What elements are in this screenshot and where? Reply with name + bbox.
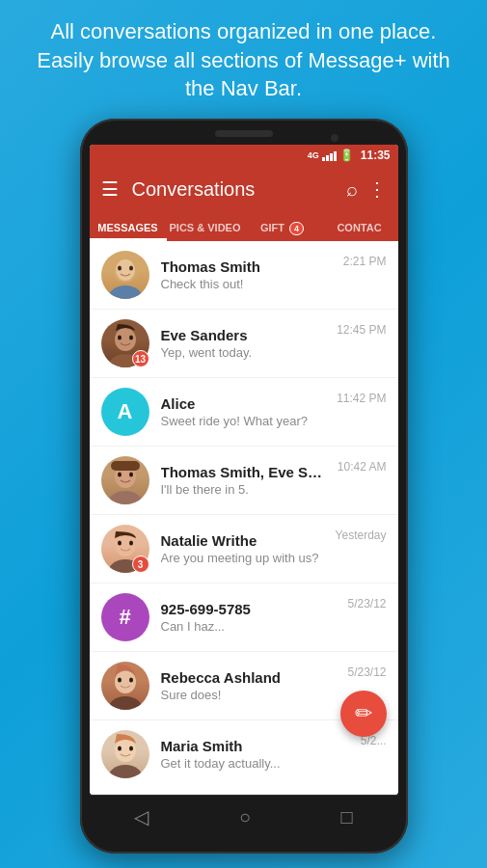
svg-point-12 bbox=[129, 473, 133, 477]
svg-point-9 bbox=[108, 491, 143, 504]
conversation-item[interactable]: Thomas Smith, Eve Sanders I'll be there … bbox=[90, 447, 398, 515]
convo-name: Thomas Smith, Eve Sanders bbox=[161, 464, 330, 480]
convo-content: 925-699-5785 Can I haz... bbox=[161, 601, 340, 634]
tab-gift[interactable]: GIFT 4 bbox=[244, 212, 321, 241]
compose-fab[interactable]: ✏ bbox=[340, 691, 387, 737]
app-bar: ☰ Conversations ⌕ ⋮ bbox=[90, 166, 398, 212]
convo-time: 5/23/12 bbox=[347, 665, 386, 679]
avatar: # bbox=[101, 593, 149, 641]
svg-point-19 bbox=[115, 670, 136, 693]
svg-point-4 bbox=[129, 266, 133, 271]
svg-point-15 bbox=[115, 533, 136, 556]
status-bar: 4G 🔋 11:35 bbox=[90, 145, 398, 166]
svg-point-3 bbox=[118, 266, 122, 271]
svg-point-18 bbox=[108, 696, 143, 710]
avatar bbox=[101, 456, 149, 504]
convo-preview: Get it today actually... bbox=[161, 756, 353, 771]
tab-messages[interactable]: MESSAGES bbox=[90, 212, 167, 241]
svg-point-7 bbox=[118, 336, 122, 340]
conversation-list: Thomas Smith Check this out! 2:21 PM bbox=[90, 241, 398, 795]
convo-content: Maria Smith Get it today actually... bbox=[161, 738, 353, 771]
avatar-wrap bbox=[101, 662, 149, 710]
svg-point-23 bbox=[115, 739, 136, 762]
status-time: 11:35 bbox=[361, 149, 391, 162]
conversation-item[interactable]: # 925-699-5785 Can I haz... 5/23/12 bbox=[90, 583, 398, 652]
unread-badge: 13 bbox=[132, 350, 149, 367]
phone-device: 4G 🔋 11:35 ☰ Conversations ⌕ ⋮ MESSAGES … bbox=[80, 119, 408, 854]
tab-contacts[interactable]: CONTAC bbox=[321, 212, 398, 241]
convo-content: Eve Sanders Yep, went today. bbox=[161, 327, 330, 360]
avatar bbox=[101, 251, 149, 299]
search-icon[interactable]: ⌕ bbox=[346, 178, 358, 201]
convo-name: Alice bbox=[161, 395, 330, 412]
convo-content: Thomas Smith, Eve Sanders I'll be there … bbox=[161, 464, 330, 497]
phone-screen: 4G 🔋 11:35 ☰ Conversations ⌕ ⋮ MESSAGES … bbox=[90, 145, 398, 795]
avatar-wrap bbox=[101, 251, 149, 299]
compose-icon: ✏ bbox=[355, 701, 372, 726]
avatar: A bbox=[101, 388, 149, 436]
svg-point-22 bbox=[108, 765, 143, 778]
svg-point-8 bbox=[129, 336, 133, 340]
phone-speaker bbox=[215, 130, 273, 137]
convo-preview: Sure does! bbox=[161, 688, 340, 702]
avatar-wrap bbox=[101, 456, 149, 504]
avatar-wrap bbox=[101, 730, 149, 778]
avatar bbox=[101, 662, 149, 710]
svg-rect-13 bbox=[111, 461, 140, 471]
convo-preview: I'll be there in 5. bbox=[161, 482, 330, 497]
convo-preview: Can I haz... bbox=[161, 619, 340, 634]
convo-preview: Sweet ride yo! What year? bbox=[161, 414, 330, 428]
svg-point-17 bbox=[129, 541, 133, 546]
svg-point-1 bbox=[108, 285, 143, 299]
convo-name: Natalie Writhe bbox=[161, 532, 328, 549]
tab-bar: MESSAGES PICS & VIDEO GIFT 4 CONTAC bbox=[90, 212, 398, 241]
convo-preview: Yep, went today. bbox=[161, 345, 330, 360]
convo-name: Thomas Smith bbox=[161, 258, 336, 275]
conversation-item[interactable]: 13 Eve Sanders Yep, went today. 12:45 PM bbox=[90, 310, 398, 378]
convo-time: 10:42 AM bbox=[338, 460, 387, 474]
battery-icon: 🔋 bbox=[339, 149, 354, 162]
home-button[interactable]: ○ bbox=[239, 806, 251, 828]
phone-nav: ◁ ○ □ bbox=[90, 795, 398, 838]
avatar bbox=[101, 730, 149, 778]
convo-content: Natalie Writhe Are you meeting up with u… bbox=[161, 532, 328, 565]
conversation-item[interactable]: A Alice Sweet ride yo! What year? 11:42 … bbox=[90, 378, 398, 447]
avatar-wrap: # bbox=[101, 593, 149, 641]
svg-point-24 bbox=[118, 746, 122, 751]
recents-button[interactable]: □ bbox=[341, 806, 353, 828]
convo-time: Yesterday bbox=[336, 529, 387, 542]
back-button[interactable]: ◁ bbox=[134, 805, 149, 828]
convo-preview: Check this out! bbox=[161, 277, 336, 291]
svg-point-21 bbox=[129, 678, 133, 683]
svg-point-6 bbox=[115, 328, 136, 351]
convo-name: Rebecca Ashland bbox=[161, 669, 340, 686]
unread-badge: 3 bbox=[132, 556, 149, 573]
convo-time: 2:21 PM bbox=[343, 255, 387, 268]
svg-point-20 bbox=[118, 678, 122, 683]
convo-time: 12:45 PM bbox=[337, 323, 386, 337]
convo-time: 5/23/12 bbox=[347, 597, 386, 610]
phone-camera bbox=[331, 134, 338, 142]
svg-point-11 bbox=[118, 473, 122, 477]
convo-name: Eve Sanders bbox=[161, 327, 330, 343]
svg-point-16 bbox=[118, 541, 122, 546]
app-title: Conversations bbox=[132, 178, 346, 201]
signal-bars bbox=[322, 149, 337, 161]
more-options-icon[interactable]: ⋮ bbox=[367, 177, 387, 201]
conversation-item[interactable]: 3 Natalie Writhe Are you meeting up with… bbox=[90, 515, 398, 583]
gift-badge: 4 bbox=[289, 222, 304, 235]
convo-content: Rebecca Ashland Sure does! bbox=[161, 669, 340, 702]
avatar-wrap: 13 bbox=[101, 319, 149, 367]
hamburger-icon[interactable]: ☰ bbox=[101, 177, 119, 201]
tab-pics-video[interactable]: PICS & VIDEO bbox=[167, 212, 244, 241]
top-banner-text: All conversations organized in one place… bbox=[0, 0, 487, 115]
avatar-wrap: A bbox=[101, 388, 149, 436]
avatar-wrap: 3 bbox=[101, 525, 149, 573]
convo-content: Alice Sweet ride yo! What year? bbox=[161, 395, 330, 428]
svg-point-25 bbox=[129, 746, 133, 751]
conversation-item[interactable]: Thomas Smith Check this out! 2:21 PM bbox=[90, 241, 398, 310]
convo-name: 925-699-5785 bbox=[161, 601, 340, 617]
convo-content: Thomas Smith Check this out! bbox=[161, 258, 336, 291]
convo-time: 11:42 PM bbox=[337, 392, 386, 405]
lte-indicator: 4G bbox=[308, 150, 319, 160]
